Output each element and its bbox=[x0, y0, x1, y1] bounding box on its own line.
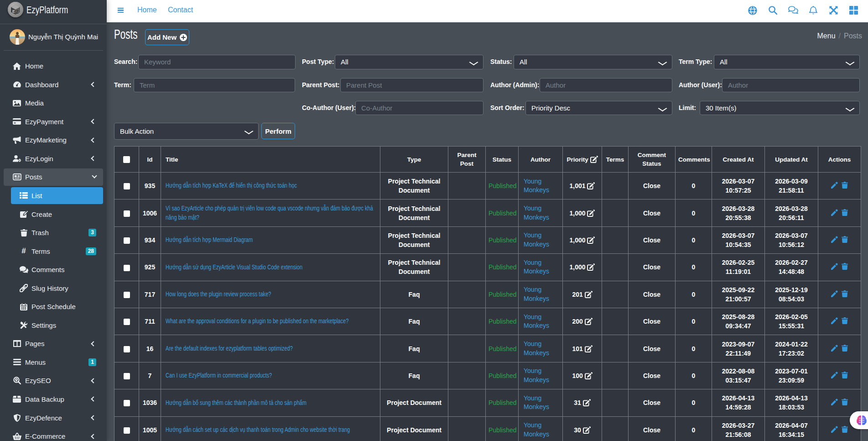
svg-text:E: E bbox=[12, 9, 15, 14]
svg-text:Z: Z bbox=[16, 10, 19, 15]
